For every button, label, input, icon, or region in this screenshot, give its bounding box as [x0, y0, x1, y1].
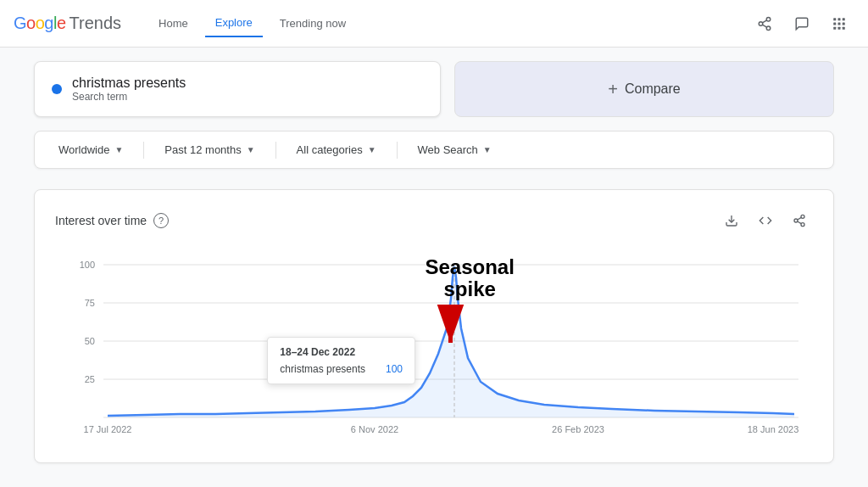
category-filter-label: All categories — [297, 143, 363, 156]
svg-rect-13 — [843, 26, 845, 29]
svg-line-4 — [762, 20, 766, 22]
apps-button[interactable] — [824, 8, 854, 39]
search-text-group: christmas presents Search term — [72, 76, 186, 103]
code-icon — [759, 214, 772, 227]
nav-home[interactable]: Home — [148, 10, 198, 36]
main-nav: Home Explore Trending now — [148, 9, 356, 37]
filter-divider-3 — [397, 142, 398, 159]
svg-line-3 — [762, 25, 766, 27]
search-label: Search term — [72, 91, 186, 103]
compare-label: Compare — [625, 81, 681, 97]
header: Google Trends Home Explore Trending now — [0, 0, 868, 48]
svg-line-19 — [798, 217, 802, 220]
svg-rect-9 — [838, 22, 841, 25]
location-chevron-icon: ▼ — [114, 145, 123, 154]
help-icon[interactable]: ? — [153, 213, 169, 228]
search-dot — [52, 84, 62, 94]
filter-divider-2 — [275, 142, 276, 159]
logo-trends-text: Trends — [70, 14, 122, 33]
filter-divider-1 — [143, 142, 144, 159]
svg-rect-12 — [838, 26, 841, 29]
time-filter-label: Past 12 months — [164, 143, 241, 156]
svg-text:26 Feb 2023: 26 Feb 2023 — [552, 424, 604, 434]
svg-rect-5 — [833, 18, 836, 20]
nav-trending[interactable]: Trending now — [270, 10, 356, 36]
svg-point-0 — [766, 17, 771, 21]
svg-point-17 — [801, 223, 804, 227]
time-chevron-icon: ▼ — [247, 145, 255, 154]
embed-button[interactable] — [752, 207, 779, 234]
chart-actions — [718, 207, 813, 234]
svg-point-2 — [766, 26, 771, 31]
svg-text:75: 75 — [85, 298, 95, 308]
svg-point-1 — [759, 21, 763, 25]
svg-text:50: 50 — [85, 336, 95, 346]
chart-section: Interest over time ? — [34, 189, 834, 463]
apps-icon — [832, 16, 847, 31]
download-icon — [725, 214, 738, 227]
logo-google-text: Google — [14, 14, 66, 33]
chart-title: Interest over time — [55, 214, 147, 227]
share-icon — [757, 16, 772, 31]
location-filter[interactable]: Worldwide ▼ — [48, 138, 133, 161]
svg-point-16 — [794, 219, 798, 222]
svg-line-18 — [798, 221, 802, 224]
compare-box[interactable]: + Compare — [454, 61, 834, 117]
chart-share-icon — [793, 214, 806, 227]
chart-share-button[interactable] — [786, 207, 813, 234]
share-button[interactable] — [749, 8, 780, 39]
annotation-container: Seasonal spike — [55, 248, 813, 445]
svg-point-15 — [801, 215, 804, 218]
nav-explore[interactable]: Explore — [205, 9, 263, 37]
message-icon — [794, 16, 810, 31]
svg-text:100: 100 — [80, 260, 95, 270]
search-term: christmas presents — [72, 76, 186, 91]
logo: Google Trends — [14, 14, 121, 33]
location-filter-label: Worldwide — [58, 143, 109, 156]
time-filter[interactable]: Past 12 months ▼ — [154, 138, 264, 161]
main-content: christmas presents Search term + Compare… — [0, 48, 868, 477]
trend-chart: 100 75 50 25 17 Jul 2022 6 Nov 2022 26 F… — [55, 248, 813, 443]
svg-rect-6 — [838, 18, 841, 20]
svg-rect-7 — [843, 18, 845, 20]
chart-title-group: Interest over time ? — [55, 213, 169, 228]
svg-text:17 Jul 2022: 17 Jul 2022 — [84, 424, 132, 434]
chart-header: Interest over time ? — [55, 207, 813, 234]
chart-svg-container: 100 75 50 25 17 Jul 2022 6 Nov 2022 26 F… — [55, 248, 813, 445]
category-filter[interactable]: All categories ▼ — [287, 138, 387, 161]
message-button[interactable] — [787, 8, 817, 39]
download-button[interactable] — [718, 207, 745, 234]
search-section: christmas presents Search term + Compare — [34, 61, 834, 117]
svg-rect-8 — [833, 22, 836, 25]
header-right — [749, 8, 854, 39]
filter-row: Worldwide ▼ Past 12 months ▼ All categor… — [34, 131, 834, 169]
svg-rect-11 — [833, 26, 836, 29]
compare-plus-icon: + — [608, 80, 618, 99]
category-chevron-icon: ▼ — [368, 145, 376, 154]
search-type-filter-label: Web Search — [418, 143, 478, 156]
svg-text:6 Nov 2022: 6 Nov 2022 — [351, 424, 398, 434]
search-type-filter[interactable]: Web Search ▼ — [408, 138, 502, 161]
svg-text:25: 25 — [85, 374, 95, 384]
svg-rect-10 — [843, 22, 845, 25]
search-box: christmas presents Search term — [34, 61, 441, 117]
svg-text:18 Jun 2023: 18 Jun 2023 — [748, 424, 799, 434]
search-type-chevron-icon: ▼ — [483, 145, 492, 154]
